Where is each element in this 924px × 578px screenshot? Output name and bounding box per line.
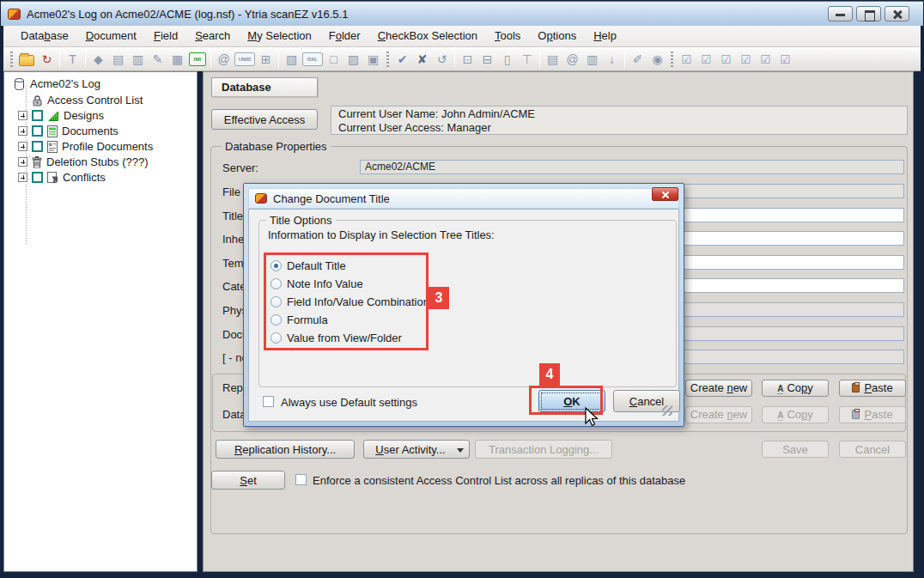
minimize-button[interactable] [828, 6, 853, 21]
expand-selection-icon[interactable]: ⊡ [458, 51, 477, 68]
checkbox-copy-icon[interactable]: ☑ [716, 51, 736, 68]
tree-item-designs[interactable]: Designs [18, 108, 104, 123]
mouse-cursor [583, 407, 600, 428]
compare-documents-icon[interactable]: ▦ [167, 51, 187, 68]
dialog-close-button[interactable] [652, 187, 678, 201]
tree-item-profile-documents[interactable]: Profile Documents [18, 139, 153, 154]
tree-checkbox[interactable] [32, 125, 43, 137]
highlight-brush-icon[interactable]: ✐ [628, 51, 647, 68]
user-activity-button[interactable]: User Activity... [363, 440, 470, 459]
document-title-options-icon[interactable]: T [63, 51, 82, 68]
undo-selection-icon[interactable]: ↺ [432, 51, 452, 68]
unid-search-icon[interactable]: UNID [234, 52, 255, 66]
document-analyzer-icon[interactable]: ▤ [108, 51, 128, 68]
copy-documents-icon[interactable]: ▥ [128, 51, 148, 68]
paste-button-label: Paste [864, 381, 892, 394]
menu-database[interactable]: Database [12, 26, 77, 46]
selection-list-icon[interactable]: ▤ [543, 51, 562, 68]
step3-highlight-box [264, 252, 429, 350]
selection-tree-panel[interactable]: Acme02's Log Access Control List Designs… [3, 71, 198, 572]
selection-jar-icon[interactable]: ▯ [497, 51, 517, 68]
menu-field[interactable]: Field [145, 26, 186, 46]
grip [10, 52, 13, 67]
clear-selection-icon[interactable]: ✘ [412, 51, 432, 68]
copy-button-label: Copy [787, 408, 812, 421]
color-wheel-icon[interactable]: ◉ [647, 51, 667, 68]
tree-checkbox[interactable] [32, 110, 43, 121]
values-diamond-icon[interactable]: ◆ [88, 51, 108, 68]
selection-formula-icon[interactable]: @ [562, 51, 582, 68]
delete-document-icon[interactable]: ▣ [363, 51, 383, 68]
dialog-title: Change Document Title [273, 192, 390, 205]
tree-item-label: Conflicts [63, 171, 106, 184]
grip2 [386, 52, 389, 67]
tree-item-access-control-list[interactable]: Access Control List [32, 93, 143, 107]
menu-search[interactable]: Search [186, 26, 239, 46]
dialog-titlebar[interactable]: Change Document Title [248, 188, 679, 209]
tree-root-database[interactable]: Acme02's Log [13, 76, 100, 91]
menu-bar: Database Document Field Search My Select… [3, 26, 921, 47]
paste-icon [852, 383, 860, 392]
tree-item-documents[interactable]: Documents [18, 124, 119, 138]
menu-tools[interactable]: Tools [486, 26, 529, 46]
open-database-icon[interactable] [19, 55, 34, 66]
sign-documents-icon[interactable]: ✎ [148, 51, 167, 68]
grid-export-icon[interactable]: ▨ [343, 51, 363, 68]
effective-access-button[interactable]: Effective Access [211, 109, 318, 130]
selection-copy-icon[interactable]: ▥ [582, 51, 602, 68]
imi-export-icon[interactable]: IMI [189, 52, 206, 66]
menu-my-selection[interactable]: My Selection [239, 26, 319, 46]
dxl-export-icon[interactable]: DXL [302, 52, 323, 66]
sep2 [85, 51, 86, 68]
paste-icon [852, 410, 860, 419]
set-button[interactable]: Set [211, 471, 285, 490]
new-note-icon[interactable]: □ [324, 51, 343, 68]
window-titlebar[interactable]: Acme02's Log on Acme02/ACME (log.nsf) - … [1, 1, 923, 26]
tree-item-conflicts[interactable]: Conflicts [18, 170, 106, 185]
paste-replica-button[interactable]: Paste [839, 380, 906, 397]
maximize-button[interactable] [856, 6, 881, 21]
table-view-icon[interactable]: ⊞ [256, 51, 276, 68]
expand-plus-icon[interactable] [18, 111, 27, 120]
lock-icon [32, 94, 43, 106]
menu-checkbox-selection[interactable]: CheckBox Selection [369, 26, 486, 46]
expand-plus-icon[interactable] [18, 157, 27, 167]
tree-item-deletion-stubs[interactable]: Deletion Stubs (???) [18, 155, 149, 169]
menu-help[interactable]: Help [585, 26, 625, 46]
expand-plus-icon[interactable] [18, 142, 27, 151]
paste-button-label: Paste [864, 408, 892, 421]
checkbox-merge-icon[interactable]: ☑ [736, 51, 756, 68]
tree-checkbox[interactable] [32, 172, 43, 183]
switch-database-icon[interactable]: ↻ [37, 51, 57, 68]
tab-database[interactable]: Database [211, 77, 318, 97]
create-new-replica-button[interactable]: Create new [685, 380, 752, 397]
checkbox-check-all-icon[interactable]: ☑ [677, 51, 696, 68]
current-user-info: Current User Name: John Admin/ACME Curre… [331, 106, 908, 135]
always-default-label: Always use Default settings [281, 396, 417, 409]
checkbox-check-docs-icon[interactable]: ☑ [696, 51, 716, 68]
resize-grip[interactable] [662, 405, 672, 416]
menu-folder[interactable]: Folder [320, 26, 369, 46]
formula-search-icon[interactable]: @ [214, 51, 234, 68]
tree-checkbox[interactable] [32, 141, 43, 152]
collapse-selection-icon[interactable]: ⊟ [477, 51, 497, 68]
replication-history-button[interactable]: Replication History... [216, 440, 355, 459]
selection-title-icon[interactable]: ⊤ [517, 51, 537, 68]
checkbox-options-icon[interactable]: ☑ [775, 51, 795, 68]
profile-documents-icon [47, 141, 58, 153]
enforce-acl-checkbox[interactable] [295, 474, 307, 485]
expand-plus-icon[interactable] [18, 173, 27, 182]
expand-plus-icon[interactable] [18, 126, 27, 136]
selection-export-icon[interactable]: ↓ [602, 51, 622, 68]
documents-icon [47, 125, 58, 137]
close-button[interactable] [884, 6, 909, 21]
menu-options[interactable]: Options [529, 26, 585, 46]
copy-replica-button[interactable]: ACopy [762, 380, 829, 397]
menu-document[interactable]: Document [77, 26, 145, 46]
checkbox-jar-icon[interactable]: ☑ [756, 51, 775, 68]
always-default-checkbox[interactable] [263, 396, 274, 407]
create-document-icon[interactable]: ▧ [282, 51, 301, 68]
confirm-selection-icon[interactable]: ✔ [392, 51, 412, 68]
tree-item-label: Access Control List [47, 94, 143, 106]
step3-badge: 3 [429, 287, 449, 309]
